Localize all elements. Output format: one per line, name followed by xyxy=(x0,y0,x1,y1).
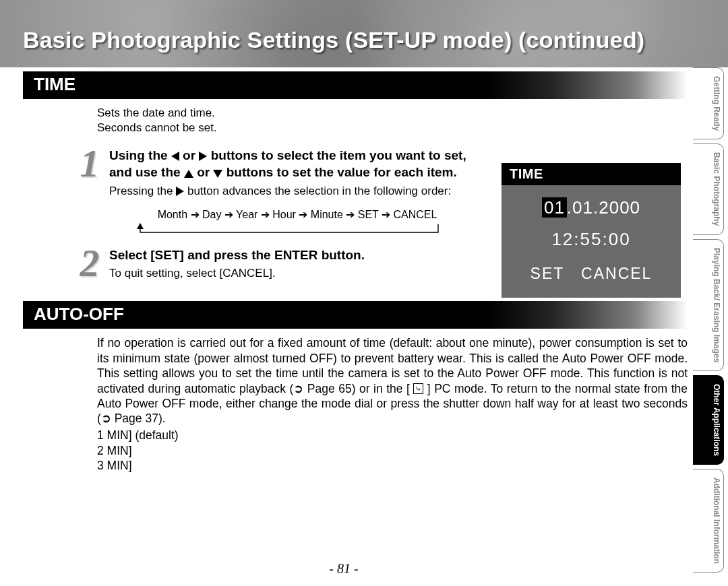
side-tabs: Getting Ready Basic Photography Playing … xyxy=(693,67,724,573)
page-content: TIME Sets the date and time. Seconds can… xyxy=(23,67,688,566)
step-1-note: Pressing the button advances the selecti… xyxy=(109,184,485,199)
page-ref-icon: ➲ xyxy=(293,382,303,395)
lcd-date: 01.01.2000 xyxy=(502,197,681,218)
tab-other-applications[interactable]: Other Applications xyxy=(693,375,724,465)
lcd-date-highlight: 01 xyxy=(542,197,567,218)
time-intro: Sets the date and time. Seconds cannot b… xyxy=(97,106,688,135)
lcd-preview: TIME 01.01.2000 12:55:00 SET CANCEL xyxy=(502,163,681,298)
autooff-option-3: 3 MIN] xyxy=(97,458,688,474)
lcd-title: TIME xyxy=(502,163,681,185)
lcd-time: 12:55:00 xyxy=(502,229,681,250)
lcd-date-rest: .01.2000 xyxy=(567,197,640,218)
autooff-paragraph: If no operation is carried out for a fix… xyxy=(97,335,688,426)
svg-marker-0 xyxy=(137,223,144,229)
tab-additional-information[interactable]: Additional Information xyxy=(693,469,724,573)
tab-getting-ready[interactable]: Getting Ready xyxy=(693,67,724,139)
tab-playing-back[interactable]: Playing Back/ Erasing Images xyxy=(693,239,724,371)
step-1-order: Month ➔ Day ➔ Year ➔ Hour ➔ Minute ➔ SET… xyxy=(109,208,485,221)
step-1-title: Using the or buttons to select the item … xyxy=(109,148,485,181)
autooff-options: 1 MIN] (default) 2 MIN] 3 MIN] xyxy=(97,428,688,474)
time-intro-line2: Seconds cannot be set. xyxy=(97,121,217,134)
section-heading-time: TIME xyxy=(23,71,688,99)
step-1-loop-diagram xyxy=(136,223,485,236)
autooff-option-2: 2 MIN] xyxy=(97,443,688,459)
right-arrow-icon xyxy=(176,187,184,196)
down-arrow-icon xyxy=(213,170,222,178)
pc-mode-icon: ⤷ xyxy=(413,383,423,394)
step-number-2: 2 xyxy=(70,246,109,281)
lcd-cancel: CANCEL xyxy=(581,265,652,282)
lcd-actions: SET CANCEL xyxy=(502,265,681,283)
page-number: - 81 - xyxy=(0,561,688,577)
page-title: Basic Photographic Settings (SET-UP mode… xyxy=(23,27,708,53)
step-number-1: 1 xyxy=(70,146,109,181)
up-arrow-icon xyxy=(184,170,193,178)
left-arrow-icon xyxy=(171,152,179,161)
tab-basic-photography[interactable]: Basic Photography xyxy=(693,143,724,234)
autooff-option-1: 1 MIN] (default) xyxy=(97,428,688,443)
page-ref-icon: ➲ xyxy=(101,412,111,425)
section-heading-autooff: AUTO-OFF xyxy=(23,301,688,329)
lcd-set: SET xyxy=(530,265,564,282)
time-intro-line1: Sets the date and time. xyxy=(97,106,215,119)
right-arrow-icon xyxy=(199,152,207,161)
lcd-body: 01.01.2000 12:55:00 SET CANCEL xyxy=(502,185,681,283)
